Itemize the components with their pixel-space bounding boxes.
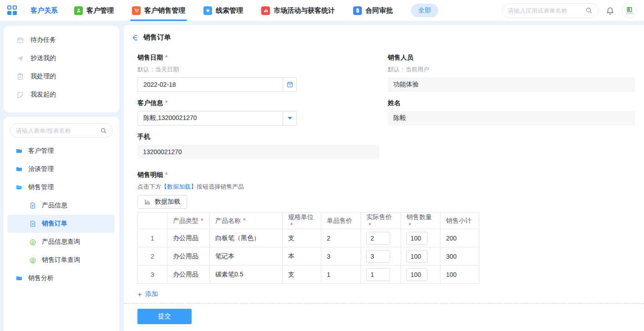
cell-quantity: [401, 266, 441, 284]
app-launcher-icon[interactable]: [7, 5, 17, 15]
quantity-input[interactable]: [406, 232, 427, 245]
quick-item-label: 我发起的: [30, 90, 56, 99]
app-search-box[interactable]: [502, 3, 598, 18]
form-document-icon: [29, 202, 36, 209]
data-load-hint-link[interactable]: 【数据加载】: [161, 183, 197, 190]
actual-price-input[interactable]: [366, 250, 390, 263]
folder-icon: [15, 275, 23, 282]
star-app-icon: [203, 6, 212, 15]
required-asterisk: *: [290, 221, 293, 229]
tab-marketing-statistics[interactable]: 市场活动与获客统计: [261, 0, 335, 21]
field-mobile: 手机 13200021270: [137, 133, 379, 159]
tree-query-sales-order[interactable]: ◎ 销售订单查询: [4, 251, 119, 269]
col-subtotal: 销售小计: [441, 213, 479, 229]
app-window: 客户关系 客户管理 客户销售管理 线索管理: [0, 0, 644, 331]
tree-form-product-info[interactable]: 产品信息: [4, 196, 119, 215]
tree-folder-negotiation-management[interactable]: 洽谈管理: [4, 160, 119, 178]
org-logo-avatar[interactable]: [622, 3, 637, 18]
tree-label: 产品信息: [42, 201, 67, 210]
app-search-input[interactable]: [508, 7, 582, 14]
logo-caption-lines: [626, 13, 633, 15]
cell-product-name: 碳素笔0.5: [210, 266, 283, 284]
form-search-box[interactable]: [10, 123, 113, 138]
tab-leads-management[interactable]: 线索管理: [203, 0, 243, 21]
actual-price-input[interactable]: [366, 268, 390, 281]
sales-person-value: 功能体验: [388, 77, 635, 92]
tree-form-sales-order[interactable]: 销售订单: [7, 215, 115, 233]
tree-folder-sales-analysis[interactable]: 销售分析: [4, 269, 119, 287]
table-row: 3 办公用品 碳素笔0.5 支 1 100: [138, 266, 479, 284]
tree-folder-sales-management[interactable]: 销售管理: [4, 178, 119, 196]
tree-folder-customer-management[interactable]: 客户管理: [4, 142, 119, 160]
chart-app-icon: [261, 6, 270, 15]
button-label: 数据加载: [155, 198, 180, 206]
customer-select-value[interactable]: [138, 111, 283, 125]
sidebar-item-handled-by-me[interactable]: 我处理的: [4, 67, 119, 85]
calendar-icon: [16, 36, 24, 44]
sale-date-input[interactable]: [138, 78, 283, 91]
sidebar-form-tree-card: 客户管理 洽谈管理 销售管理 产品信息 销售订单 ◎ 产品信息查询 ◎ 销售订单…: [4, 117, 119, 331]
table-row: 2 办公用品 笔记本 本 3 300: [138, 247, 479, 266]
form-body: 销售日期* 默认：当天日期 7 销售人员 默认：当前用户 功能体验: [124, 42, 644, 299]
cell-unit: 支: [283, 266, 321, 284]
field-sale-date: 销售日期* 默认：当天日期 7: [137, 54, 379, 92]
quick-item-label: 我处理的: [30, 72, 56, 80]
add-row-button[interactable]: + 添加: [137, 290, 158, 298]
cell-actual-price: [361, 266, 401, 284]
back-icon[interactable]: [130, 34, 138, 42]
field-label: 姓名: [388, 99, 401, 106]
topbar-right-group: [502, 3, 637, 18]
quantity-input[interactable]: [406, 268, 427, 281]
sidebar-item-initiated-by-me[interactable]: 我发起的: [4, 85, 119, 104]
col-product-name: 产品名称*: [210, 213, 283, 229]
field-label: 销售日期: [137, 54, 163, 61]
field-label: 客户信息: [137, 99, 163, 106]
form-footer: 提交: [124, 303, 644, 324]
field-sales-detail: 销售明细* 点击下方【数据加载】按钮选择销售产品 数据加载 产品类型* 产品名称…: [137, 171, 635, 299]
query-icon: ◎: [29, 238, 36, 246]
cell-quantity: [401, 229, 441, 247]
form-search-input[interactable]: [16, 127, 96, 134]
cell-subtotal: 100: [441, 266, 479, 284]
tab-customer-management[interactable]: 客户管理: [74, 0, 114, 21]
svg-text:7: 7: [289, 84, 290, 87]
name-value: 陈毅: [388, 111, 635, 125]
quantity-input[interactable]: [406, 250, 427, 263]
table-row: 1 办公用品 白板笔（黑色） 支 2 200: [138, 229, 479, 247]
actual-price-input[interactable]: [366, 232, 390, 245]
sidebar-item-cc-to-me[interactable]: 抄送我的: [4, 49, 119, 67]
search-icon[interactable]: [100, 127, 107, 134]
required-asterisk: *: [409, 221, 411, 229]
workspace-name[interactable]: 客户关系: [30, 6, 58, 15]
cell-product-type: 办公用品: [167, 266, 210, 284]
field-customer-info: 客户信息*: [137, 99, 379, 125]
tree-label: 洽谈管理: [28, 165, 54, 173]
data-load-button[interactable]: 数据加载: [137, 195, 187, 209]
submit-button[interactable]: 提交: [137, 309, 192, 324]
cell-subtotal: 300: [441, 247, 479, 266]
row-index: 1: [138, 229, 167, 247]
edit-document-icon: [16, 91, 24, 99]
notification-bell-icon[interactable]: [606, 6, 614, 15]
search-icon[interactable]: [585, 7, 593, 14]
mobile-value: 13200021270: [137, 145, 379, 159]
divider: [24, 6, 24, 15]
tree-query-product-info[interactable]: ◎ 产品信息查询: [4, 233, 119, 251]
tab-contract-approval[interactable]: 合同审批: [353, 0, 393, 21]
required-asterisk: *: [165, 99, 167, 106]
cart-app-icon: [132, 6, 141, 15]
quick-item-label: 抄送我的: [30, 54, 56, 62]
col-index: [138, 213, 167, 229]
all-apps-pill[interactable]: 全部: [411, 4, 438, 17]
cell-list-price: 2: [321, 229, 361, 247]
cell-subtotal: 200: [441, 229, 479, 247]
sidebar-item-todo-tasks[interactable]: 待办任务: [4, 31, 119, 49]
tab-customer-sales-management[interactable]: 客户销售管理: [132, 0, 185, 21]
select-dropdown-button[interactable]: [283, 111, 296, 125]
customer-select[interactable]: [137, 111, 297, 125]
field-hint: 默认：当天日期: [137, 65, 379, 74]
app-tabs: 客户管理 客户销售管理 线索管理 市场活动与获客统计: [74, 0, 438, 21]
calendar-picker-button[interactable]: 7: [283, 78, 296, 91]
send-icon: [16, 55, 24, 62]
row-index: 2: [138, 247, 167, 266]
